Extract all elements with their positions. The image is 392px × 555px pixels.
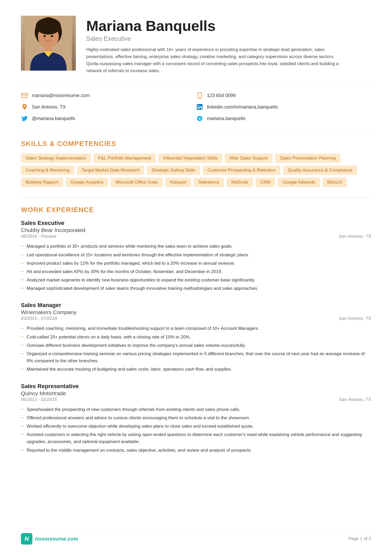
job-item: Sales ManagerWinemakers Company03/2015 -…	[21, 302, 371, 373]
bullet-item: Organized a comprehensive training semin…	[21, 350, 371, 364]
skill-tag: Quality Assurance & Compliance	[283, 166, 357, 175]
linkedin-icon	[196, 103, 203, 111]
job-bullets: Managed a portfolio of 30+ products and …	[21, 243, 371, 292]
phone-icon	[196, 92, 203, 99]
skype-icon	[196, 115, 203, 122]
bullet-item: Maintained the accurate tracking of budg…	[21, 366, 371, 373]
logo-icon: N	[21, 533, 32, 545]
skill-tag: After Sales Support	[225, 154, 273, 163]
email-icon	[21, 92, 28, 99]
job-title: Sales Executive	[21, 220, 371, 226]
candidate-title: Sales Executive	[86, 35, 371, 42]
phone-value: 123 654 0099	[207, 93, 236, 98]
work-section: WORK EXPERIENCE Sales ExecutiveChubby Be…	[21, 206, 371, 454]
skill-tag: Sales Presentation Planning	[275, 154, 341, 163]
contact-section: mariana@novoresume.com San Antonio, TX	[21, 85, 371, 129]
footer: N novoresume.com Page 1 of 2	[21, 529, 371, 545]
contact-phone: 123 654 0099	[196, 90, 371, 101]
contact-right: 123 654 0099 linkedin.com/in/mariana.ban…	[196, 90, 371, 124]
bullet-item: Provided coaching, mentoring, and immedi…	[21, 325, 371, 332]
skill-tag: Microsoft Office Suite	[111, 178, 162, 187]
job-item: Sales RepresentativeQuincy Motortrade06/…	[21, 383, 371, 454]
bullet-item: Reported to the middle management on con…	[21, 447, 371, 454]
skills-title: SKILLS & COMPETENCIES	[21, 140, 371, 148]
skill-tag: Google Adwords	[278, 178, 320, 187]
skill-tag: Google Analytics	[66, 178, 108, 187]
email-value: mariana@novoresume.com	[32, 93, 90, 98]
linkedin-value: linkedin.com/in/mariana.banquells	[207, 104, 278, 110]
company-name: Winemakers Company	[21, 309, 371, 315]
bullet-item: Improved product sales by 12% for the po…	[21, 260, 371, 267]
bullet-item: Oversaw different business development i…	[21, 342, 371, 349]
skill-tag: CRM	[256, 178, 275, 187]
job-location: San Antonio, TX	[339, 397, 371, 402]
svg-point-6	[43, 35, 46, 37]
skill-tag: Building Rapport	[21, 178, 63, 187]
job-dates: 06/2012 - 02/2015	[21, 397, 57, 402]
job-title: Sales Representative	[21, 383, 371, 390]
header-section: Mariana Banquells Sales Executive Highly…	[21, 16, 371, 74]
footer-logo: N novoresume.com	[21, 533, 78, 545]
location-value: San Antonio, TX	[32, 104, 66, 110]
job-location: San Antonio, TX	[339, 316, 371, 321]
svg-rect-8	[22, 93, 27, 98]
skill-tag: Hubspot	[165, 178, 191, 187]
twitter-value: @mariana.banquells	[32, 116, 75, 121]
company-name: Quincy Motortrade	[21, 390, 371, 397]
job-meta: 06/2012 - 02/2015San Antonio, TX	[21, 397, 371, 402]
skill-tag: NetSuite	[227, 178, 253, 187]
job-bullets: Provided coaching, mentoring, and immedi…	[21, 325, 371, 373]
bullet-item: Spearheaded the prospecting of new custo…	[21, 406, 371, 413]
svg-point-11	[199, 97, 200, 98]
candidate-name: Mariana Banquells	[86, 18, 371, 34]
contact-skype: mariana.banquells	[196, 113, 371, 124]
footer-site: novoresume.com	[35, 536, 78, 542]
skills-section: SKILLS & COMPETENCIES Sales Strategy Imp…	[21, 140, 371, 187]
job-bullets: Spearheaded the prospecting of new custo…	[21, 406, 371, 454]
contact-twitter: @mariana.banquells	[21, 113, 196, 124]
company-name: Chubby Bear Incorporated	[21, 227, 371, 233]
svg-point-14	[198, 105, 199, 106]
bullet-item: Cold-called 20+ potential clients on a d…	[21, 333, 371, 341]
skill-tag: Customer Prospecting & Retention	[203, 166, 281, 175]
skill-tag: Coaching & Mentoring	[21, 166, 74, 175]
twitter-icon	[21, 115, 28, 122]
bullet-item: Managed sophisticated development of sal…	[21, 285, 371, 292]
bullet-item: Analyzed market segments to identify new…	[21, 276, 371, 284]
resume-page: Mariana Banquells Sales Executive Highly…	[0, 0, 392, 555]
bullet-item: Assisted customers in selecting the righ…	[21, 431, 371, 445]
skill-tag: Sales Strategy Implementation	[21, 154, 91, 163]
skill-tag: Influential Negotiation Skills	[158, 154, 222, 163]
skill-tag: Target Market Data Research	[77, 166, 144, 175]
location-icon	[21, 103, 28, 111]
skype-value: mariana.banquells	[207, 116, 245, 121]
skill-tag: Salesforce	[194, 178, 224, 187]
job-meta: 03/2015 - 07/2018San Antonio, TX	[21, 316, 371, 321]
skills-grid: Sales Strategy ImplementationP&L Portfol…	[21, 154, 371, 187]
job-location: San Antonio, TX	[339, 234, 371, 239]
job-dates: 08/2018 - Present	[21, 234, 56, 239]
contact-location: San Antonio, TX	[21, 101, 196, 113]
skill-tag: Strategic Selling Skills	[147, 166, 200, 175]
skill-tag: Bitrix24	[322, 178, 347, 187]
avatar	[21, 16, 76, 71]
svg-point-9	[24, 105, 25, 107]
contact-email: mariana@novoresume.com	[21, 90, 196, 101]
bullet-item: Worked efficiently to overcome objection…	[21, 423, 371, 430]
job-dates: 03/2015 - 07/2018	[21, 316, 57, 321]
job-item: Sales ExecutiveChubby Bear Incorporated0…	[21, 220, 371, 292]
job-meta: 08/2018 - PresentSan Antonio, TX	[21, 234, 371, 239]
job-title: Sales Manager	[21, 302, 371, 309]
svg-rect-13	[198, 106, 199, 109]
contact-left: mariana@novoresume.com San Antonio, TX	[21, 90, 196, 124]
bullet-item: Hit and exceeded sales KPIs by 30% for t…	[21, 268, 371, 275]
header-info: Mariana Banquells Sales Executive Highly…	[86, 16, 371, 74]
candidate-bio: Highly-motivated sales professional with…	[86, 46, 342, 75]
contact-linkedin: linkedin.com/in/mariana.banquells	[196, 101, 371, 113]
skill-tag: P&L Portfolio Management	[94, 154, 156, 163]
svg-point-4	[41, 17, 56, 29]
jobs-container: Sales ExecutiveChubby Bear Incorporated0…	[21, 220, 371, 454]
bullet-item: Managed a portfolio of 30+ products and …	[21, 243, 371, 250]
work-title: WORK EXPERIENCE	[21, 206, 371, 214]
bullet-item: Led operational excellence of 15+ locati…	[21, 251, 371, 258]
